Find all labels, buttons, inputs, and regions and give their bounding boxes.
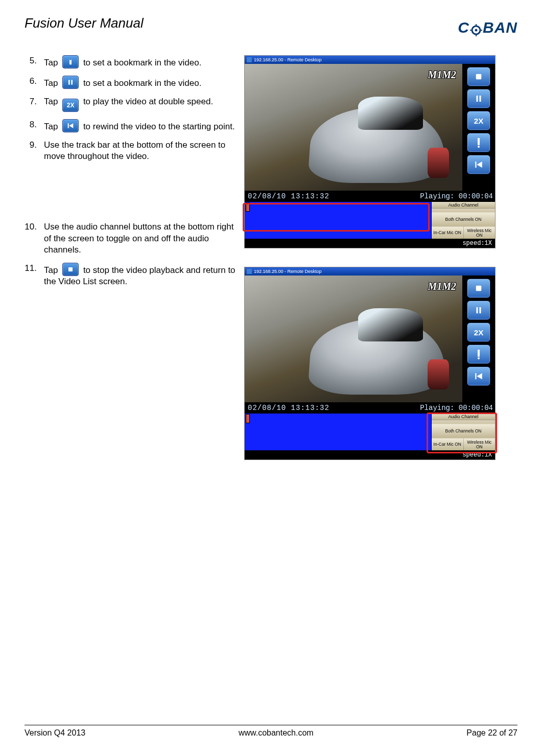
app-icon (247, 267, 252, 276)
screenshot-audio: 192.168.25.00 - Remote Desktop M1M2 2X (244, 267, 496, 460)
footer-version: Version Q4 2013 (25, 728, 85, 738)
audio-both-channels-button[interactable]: Both Channels ON (432, 424, 495, 438)
stop-icon (62, 263, 79, 276)
svg-point-19 (478, 357, 480, 359)
audio-incar-button[interactable]: In-Car Mic ON (432, 226, 464, 239)
step-8: 8. Tap to rewind the video to the starti… (25, 119, 239, 132)
step-9: 9. Use the track bar at the bottom of th… (25, 140, 239, 162)
svg-rect-13 (475, 162, 476, 168)
doc-title: Fusion User Manual (25, 15, 144, 31)
pause-button[interactable] (467, 89, 490, 108)
svg-rect-18 (478, 350, 480, 357)
svg-rect-9 (477, 96, 478, 102)
rewind-button[interactable] (467, 155, 490, 174)
svg-rect-16 (477, 307, 478, 313)
bookmark-button[interactable] (467, 133, 490, 152)
double-speed-button[interactable]: 2X (467, 111, 490, 130)
audio-panel-header: Audio Channel (432, 414, 495, 420)
content-body: 5. Tap to set a bookmark in the video. 6… (25, 55, 517, 478)
svg-rect-6 (68, 267, 73, 271)
footer-page: Page 22 of 27 (466, 728, 517, 738)
video-frame: M1M2 (245, 276, 462, 402)
track-bar[interactable] (245, 202, 431, 212)
page-footer: Version Q4 2013 www.cobantech.com Page 2… (25, 725, 517, 738)
window-title: 192.168.25.00 - Remote Desktop (252, 57, 322, 62)
svg-rect-11 (478, 138, 480, 145)
svg-rect-7 (247, 57, 252, 62)
svg-rect-17 (480, 307, 481, 313)
play-status: Playing: 00:00:04 (420, 404, 495, 412)
logo-text-left: C (458, 19, 469, 36)
status-row: 02/08/10 13:13:32 Playing: 00:00:04 (245, 402, 495, 414)
screenshots-column: 192.168.25.00 - Remote Desktop M1M2 2X (244, 55, 517, 478)
instructions-column: 5. Tap to set a bookmark in the video. 6… (25, 55, 239, 478)
screenshot-trackbar: 192.168.25.00 - Remote Desktop M1M2 2X (244, 55, 496, 248)
step-7: 7. Tap 2X to play the video at double sp… (25, 96, 239, 112)
audio-wireless-button[interactable]: Wireless Mic ON (464, 438, 496, 450)
window-titlebar: 192.168.25.00 - Remote Desktop (245, 56, 495, 64)
svg-rect-5 (68, 124, 69, 128)
audio-panel: Audio Channel (431, 202, 495, 212)
svg-rect-3 (68, 80, 70, 84)
svg-rect-20 (475, 373, 476, 379)
track-bar[interactable] (245, 414, 431, 424)
logo-text-right: BAN (483, 19, 517, 36)
track-bar-lower[interactable] (245, 424, 431, 438)
rewind-button[interactable] (467, 366, 490, 386)
pause-button[interactable] (467, 301, 490, 320)
lower-bar: Audio Channel Both Channels ON In-Car Mi… (245, 202, 495, 239)
status-row: 02/08/10 13:13:32 Playing: 00:00:04 (245, 191, 495, 202)
bookmark-icon (62, 55, 79, 68)
svg-rect-15 (476, 286, 482, 291)
svg-rect-4 (71, 80, 73, 84)
steps-list-2: 10. Use the audio channel buttons at the… (25, 221, 239, 287)
document-page: Fusion User Manual C BAN 5. Tap (0, 0, 542, 756)
svg-rect-8 (476, 74, 482, 80)
lower-bar: Audio Channel Both Channels ON In-Car Mi… (245, 414, 495, 450)
step-5: 5. Tap to set a bookmark in the video. (25, 55, 239, 68)
brand-logo: C BAN (420, 15, 517, 40)
bookmark-button[interactable] (467, 345, 490, 364)
audio-panel: Audio Channel (431, 414, 495, 424)
timestamp: 02/08/10 13:13:32 (245, 404, 329, 412)
video-area: M1M2 2X (245, 276, 495, 402)
svg-rect-10 (480, 96, 481, 102)
window-title: 192.168.25.00 - Remote Desktop (252, 269, 322, 274)
audio-wireless-button[interactable]: Wireless Mic ON (464, 226, 496, 239)
double-speed-button[interactable]: 2X (467, 323, 490, 342)
step-6: 6. Tap to set a bookmark in the video. (25, 76, 239, 89)
step-11: 11. Tap to stop the video playback and r… (25, 263, 239, 287)
pause-icon (62, 76, 79, 89)
speed-indicator: speed:1X (245, 450, 495, 460)
svg-rect-14 (247, 269, 252, 274)
video-frame: M1M2 (245, 64, 462, 191)
track-position-handle[interactable] (246, 415, 249, 423)
video-area: M1M2 2X (245, 64, 495, 191)
svg-point-12 (478, 146, 480, 148)
stop-button[interactable] (467, 67, 490, 86)
playback-button-bar: 2X (462, 64, 495, 191)
page-header: Fusion User Manual C BAN (25, 15, 517, 40)
rewind-to-start-icon (62, 119, 79, 132)
audio-incar-button[interactable]: In-Car Mic ON (432, 438, 464, 450)
timestamp: 02/08/10 13:13:32 (245, 192, 329, 200)
svg-point-1 (475, 29, 478, 32)
overlay-watermark: M1M2 (428, 69, 456, 81)
stop-button[interactable] (467, 279, 490, 298)
double-speed-icon: 2X (62, 99, 79, 112)
app-icon (247, 55, 252, 64)
step-10: 10. Use the audio channel buttons at the… (25, 221, 239, 255)
play-status: Playing: 00:00:04 (420, 192, 495, 200)
speed-indicator: speed:1X (245, 239, 495, 248)
playback-button-bar: 2X (462, 276, 495, 402)
track-bar-lower[interactable] (245, 212, 431, 226)
target-icon (470, 22, 482, 35)
window-titlebar: 192.168.25.00 - Remote Desktop (245, 267, 495, 276)
audio-both-channels-button[interactable]: Both Channels ON (432, 212, 495, 226)
steps-list: 5. Tap to set a bookmark in the video. 6… (25, 55, 239, 162)
track-position-handle[interactable] (246, 203, 249, 211)
overlay-watermark: M1M2 (428, 281, 456, 292)
footer-url: www.cobantech.com (239, 728, 314, 738)
audio-panel-header: Audio Channel (432, 202, 495, 209)
